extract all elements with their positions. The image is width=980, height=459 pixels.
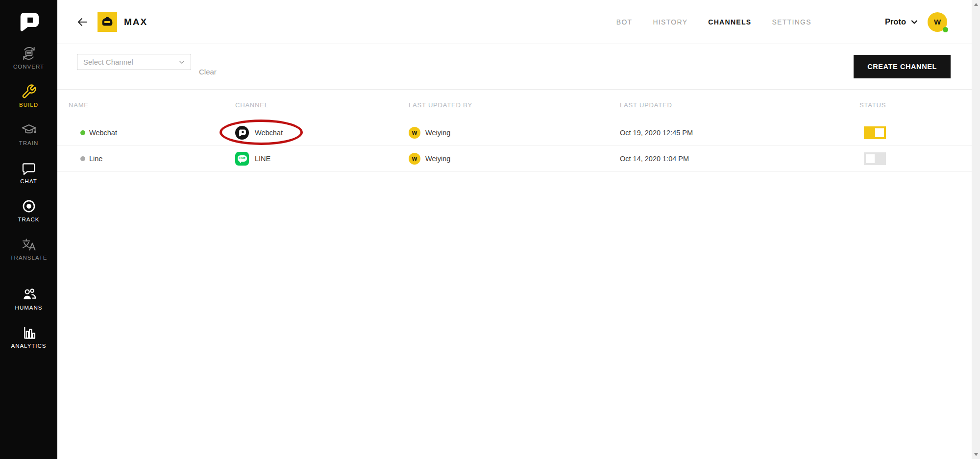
robot-head-icon — [100, 15, 115, 29]
column-header-channel: CHANNEL — [235, 101, 409, 109]
sidebar-item-convert[interactable]: CONVERT — [0, 46, 57, 84]
online-status-dot — [943, 27, 948, 32]
table-header: NAME CHANNEL LAST UPDATED BY LAST UPDATE… — [57, 90, 972, 120]
bar-chart-icon — [21, 325, 37, 340]
updated-by-name: Weiying — [425, 129, 450, 137]
channel-name: Line — [89, 155, 102, 163]
name-cell: Line — [69, 146, 235, 171]
sidebar-item-build[interactable]: BUILD — [0, 84, 57, 122]
presence-dot — [80, 156, 85, 161]
sidebar-item-label: ANALYTICS — [11, 343, 46, 349]
sidebar-item-chat[interactable]: CHAT — [0, 160, 57, 198]
sidebar-item-label: CHAT — [20, 178, 37, 184]
tab-settings[interactable]: SETTINGS — [772, 18, 811, 26]
last-updated-value: Oct 19, 2020 12:45 PM — [620, 129, 693, 137]
people-icon — [21, 287, 37, 302]
presence-dot — [80, 130, 85, 135]
channel-cell: Webchat — [235, 120, 409, 145]
channel-type-label: LINE — [255, 155, 270, 163]
scroll-down-arrow-icon[interactable] — [974, 453, 978, 456]
wrench-icon — [21, 84, 37, 99]
status-toggle[interactable] — [864, 152, 886, 165]
sidebar-item-label: TRACK — [18, 217, 40, 222]
graduation-cap-icon — [21, 122, 37, 138]
channel-type-label: Webchat — [255, 129, 283, 137]
convert-icon — [21, 46, 37, 61]
vertical-scrollbar[interactable] — [972, 0, 980, 459]
sidebar-item-label: TRAIN — [19, 140, 39, 146]
sidebar: CONVERT BUILD TRAIN — [0, 0, 57, 459]
status-toggle[interactable] — [864, 126, 886, 139]
workspace-name: Proto — [885, 17, 906, 26]
sidebar-items: CONVERT BUILD TRAIN — [0, 46, 57, 363]
sidebar-item-humans[interactable]: HUMANS — [0, 287, 57, 325]
last-updated-cell: Oct 19, 2020 12:45 PM — [620, 120, 859, 145]
column-header-last-updated: LAST UPDATED — [620, 101, 859, 109]
sidebar-item-label: BUILD — [19, 102, 38, 108]
channel-name: Webchat — [89, 129, 117, 137]
select-channel-placeholder: Select Channel — [83, 58, 179, 66]
chat-bubble-icon — [21, 160, 37, 176]
clear-filter-link[interactable]: Clear — [199, 64, 217, 80]
top-bar: MAX BOT HISTORY CHANNELS SETTINGS Proto … — [57, 0, 972, 44]
create-channel-button[interactable]: CREATE CHANNEL — [854, 55, 951, 78]
user-avatar[interactable]: W — [928, 12, 947, 32]
avatar: W — [409, 153, 420, 165]
tab-history[interactable]: HISTORY — [653, 18, 687, 26]
chevron-down-icon — [179, 59, 185, 65]
sidebar-item-label: TRANSLATE — [10, 255, 48, 261]
column-header-name: NAME — [69, 101, 235, 109]
status-cell — [859, 146, 960, 171]
sidebar-item-label: HUMANS — [15, 305, 43, 311]
sidebar-item-label: CONVERT — [13, 64, 44, 70]
updated-by-cell: W Weiying — [409, 146, 620, 171]
workspace-dropdown[interactable]: Proto — [885, 17, 918, 26]
table-row[interactable]: Line LINE LINE W Weiying Oct 14, 2020 1:… — [57, 146, 972, 172]
page-title: MAX — [124, 17, 147, 27]
tab-bot[interactable]: BOT — [616, 18, 633, 26]
scroll-up-arrow-icon[interactable] — [974, 3, 978, 6]
toggle-knob — [866, 154, 875, 163]
filter-bar: Select Channel Clear CREATE CHANNEL — [57, 44, 972, 90]
top-nav: BOT HISTORY CHANNELS SETTINGS — [616, 18, 811, 26]
tab-channels[interactable]: CHANNELS — [708, 18, 751, 26]
sidebar-item-analytics[interactable]: ANALYTICS — [0, 325, 57, 363]
table-row[interactable]: Webchat Webchat W Weiying Oct 19, 2020 1… — [57, 120, 972, 146]
translate-icon — [21, 237, 37, 252]
back-arrow-icon[interactable] — [76, 16, 89, 28]
last-updated-cell: Oct 14, 2020 1:04 PM — [620, 146, 859, 171]
main-panel: MAX BOT HISTORY CHANNELS SETTINGS Proto … — [57, 0, 972, 459]
bot-avatar — [98, 12, 117, 32]
name-cell: Webchat — [69, 120, 235, 145]
updated-by-name: Weiying — [425, 155, 450, 163]
sidebar-item-translate[interactable]: TRANSLATE — [0, 237, 57, 275]
column-header-status: STATUS — [859, 101, 960, 109]
user-initial: W — [934, 18, 941, 26]
record-icon — [21, 198, 37, 214]
webchat-channel-icon — [235, 126, 249, 140]
chevron-down-icon — [911, 19, 918, 25]
sidebar-item-track[interactable]: TRACK — [0, 198, 57, 237]
status-cell — [859, 120, 960, 145]
updated-by-cell: W Weiying — [409, 120, 620, 145]
sidebar-item-train[interactable]: TRAIN — [0, 122, 57, 160]
channel-cell: LINE LINE — [235, 146, 409, 171]
toggle-knob — [875, 128, 884, 137]
last-updated-value: Oct 14, 2020 1:04 PM — [620, 155, 689, 163]
column-header-last-updated-by: LAST UPDATED BY — [409, 101, 620, 109]
avatar: W — [409, 127, 420, 139]
line-channel-icon: LINE — [235, 152, 249, 166]
proto-logo-icon[interactable] — [18, 11, 40, 33]
app-window: CONVERT BUILD TRAIN — [0, 0, 980, 459]
select-channel-dropdown[interactable]: Select Channel — [77, 54, 191, 70]
